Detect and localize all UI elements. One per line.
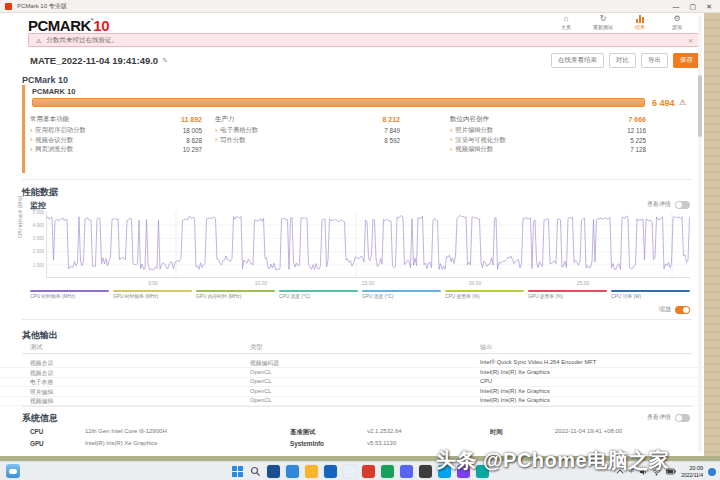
score-group-dcc: 数位内容创作7 666 ›照片编辑分数12 116 ›渲染与可视化分数5 225…	[450, 113, 646, 155]
legend-item[interactable]: CPU 温度 (°C)	[279, 290, 358, 299]
detail-toggle[interactable]	[675, 201, 690, 209]
chevron-right-icon: ›	[215, 136, 217, 144]
legend-item[interactable]: CPU 使用率 (%)	[445, 290, 524, 299]
result-name: MATE_2022-11-04 19:41:49.0	[30, 55, 158, 66]
table-cell: OpenCL	[250, 378, 272, 384]
banner-close-icon[interactable]: ✕	[688, 37, 693, 44]
desktop: PCMark 10 专业版 — ▢ ✕ PCMARK®10 ⌂ 主页 ↻ 重新测…	[0, 0, 720, 480]
taskbar-app-icon[interactable]	[305, 465, 318, 478]
zoom-toggle-label: 缩放	[659, 305, 671, 314]
group-score: 7 666	[628, 116, 646, 123]
search-icon[interactable]	[250, 466, 261, 477]
close-button[interactable]: ✕	[706, 0, 712, 13]
legend-item[interactable]: GPU 温度 (°C)	[362, 290, 441, 299]
notification-badge[interactable]	[708, 468, 716, 476]
divider	[22, 406, 692, 407]
legend-label: CPU 使用率 (%)	[445, 293, 524, 299]
legend-item[interactable]: GPU 内存时钟 (MHz)	[196, 290, 275, 299]
sysinfo-value: v2.1.2532.64	[367, 428, 402, 434]
taskbar-app-icon[interactable]	[381, 465, 394, 478]
score-accent-bar	[22, 85, 25, 173]
sysinfo-toggle[interactable]	[675, 414, 690, 422]
score-item[interactable]: ›渲染与可视化分数5 225	[450, 136, 646, 146]
group-name: 生产力	[215, 115, 235, 124]
table-cell: Intel(R) Iris(R) Xe Graphics	[480, 388, 550, 394]
pcmark-window: PCMARK®10 ⌂ 主页 ↻ 重新测试 结果 ⚙ 选项	[0, 13, 704, 456]
table-row: 视频会议OpenCLIntel(R) Iris(R) Xe Graphics	[0, 369, 704, 378]
desktop-wallpaper	[703, 13, 720, 456]
sysinfo-toggle-label: 查看详情	[647, 413, 671, 422]
monitor-legend: CPU 时钟频率 (MHz)GPU 时钟频率 (MHz)GPU 内存时钟 (MH…	[30, 290, 690, 299]
nav-home[interactable]: ⌂ 主页	[553, 14, 579, 30]
x-tick: 10:00	[255, 280, 268, 286]
table-cell: Intel(R) Iris(R) Xe Graphics	[480, 397, 550, 403]
nav-options[interactable]: ⚙ 选项	[664, 14, 690, 30]
monitoring-chart[interactable]	[46, 212, 690, 278]
score-item[interactable]: ›视频会议分数8 628	[30, 136, 202, 146]
taskbar-app-icon[interactable]	[343, 465, 356, 478]
score-panel-title: PCMARK 10	[32, 87, 75, 96]
taskbar-clock[interactable]: 20:09 2022/11/4	[681, 465, 703, 478]
legend-color-bar	[611, 290, 690, 292]
compare-button[interactable]: 对比	[609, 53, 636, 68]
score-item[interactable]: ›应用程序启动分数18 005	[30, 126, 202, 136]
view-online-button[interactable]: 在线查看结果	[551, 53, 604, 68]
nav-results[interactable]: 结果	[627, 14, 653, 30]
sysinfo-label: SystemInfo	[290, 440, 324, 447]
legend-item[interactable]: CPU 功率 (W)	[611, 290, 690, 299]
performance-section-title: 性能数据	[22, 186, 58, 199]
chevron-right-icon: ›	[450, 127, 452, 135]
export-button[interactable]: 导出	[641, 53, 668, 68]
legend-item[interactable]: CPU 时钟频率 (MHz)	[30, 290, 109, 299]
scrollbar[interactable]	[698, 15, 702, 453]
banner-text: 分数尚未经过在线验证。	[46, 36, 118, 45]
clock-date: 2022/11/4	[681, 472, 703, 478]
col-test: 测试	[30, 343, 43, 352]
score-item[interactable]: ›照片编辑分数12 116	[450, 126, 646, 136]
result-header: MATE_2022-11-04 19:41:49.0 ✎ 在线查看结果 对比 导…	[30, 53, 700, 68]
detail-toggle-label: 查看详情	[647, 200, 671, 209]
zoom-toggle-row: 缩放	[659, 305, 690, 314]
legend-color-bar	[196, 290, 275, 292]
edit-icon[interactable]: ✎	[162, 57, 168, 65]
taskbar-app-icon[interactable]	[267, 465, 280, 478]
score-item[interactable]: ›电子表格分数7 849	[215, 126, 400, 136]
taskbar-app-icon[interactable]	[419, 465, 432, 478]
chart-y-axis-label: CPU 时钟频率 (MHz)	[18, 196, 23, 238]
clock-time: 20:09	[681, 465, 703, 472]
taskbar-app-icon[interactable]	[362, 465, 375, 478]
group-score: 11 892	[181, 116, 202, 123]
sysinfo-value: v5.53.1130	[367, 440, 396, 446]
group-name: 常用基本功能	[30, 115, 69, 124]
x-tick: 5:00	[148, 280, 158, 286]
bar-chart-icon	[636, 14, 644, 23]
legend-color-bar	[445, 290, 524, 292]
legend-color-bar	[528, 290, 607, 292]
legend-label: GPU 内存时钟 (MHz)	[196, 293, 275, 299]
maximize-button[interactable]: ▢	[690, 0, 697, 13]
home-icon: ⌂	[564, 14, 569, 23]
table-cell: 视频会议	[30, 359, 53, 368]
start-button[interactable]	[231, 465, 244, 478]
taskbar-app-icon[interactable]	[286, 465, 299, 478]
scrollbar-thumb[interactable]	[698, 75, 702, 137]
taskbar-app-icon[interactable]	[400, 465, 413, 478]
legend-label: GPU 温度 (°C)	[362, 293, 441, 299]
main-nav: ⌂ 主页 ↻ 重新测试 结果 ⚙ 选项	[553, 14, 690, 30]
widgets-icon[interactable]	[6, 464, 20, 478]
zoom-toggle[interactable]	[675, 306, 690, 314]
nav-retest[interactable]: ↻ 重新测试	[590, 14, 616, 30]
minimize-button[interactable]: —	[673, 0, 680, 13]
score-item[interactable]: ›写作分数8 592	[215, 136, 400, 146]
taskbar-app-icon[interactable]	[324, 465, 337, 478]
score-item[interactable]: ›网页浏览分数10 297	[30, 145, 202, 155]
save-button[interactable]: 保存	[673, 53, 700, 68]
score-item[interactable]: ›视频编辑分数7 128	[450, 145, 646, 155]
table-row: 视频编辑OpenCLIntel(R) Iris(R) Xe Graphics	[0, 397, 704, 406]
sysinfo-toggle-row: 查看详情	[647, 413, 690, 422]
legend-item[interactable]: GPU 时钟频率 (MHz)	[113, 290, 192, 299]
legend-item[interactable]: GPU 使用率 (%)	[528, 290, 607, 299]
pcmark-logo: PCMARK®10	[28, 17, 109, 34]
legend-label: GPU 时钟频率 (MHz)	[113, 293, 192, 299]
table-row: 视频会议视频编码器Intel® Quick Sync Video H.264 E…	[0, 359, 704, 368]
